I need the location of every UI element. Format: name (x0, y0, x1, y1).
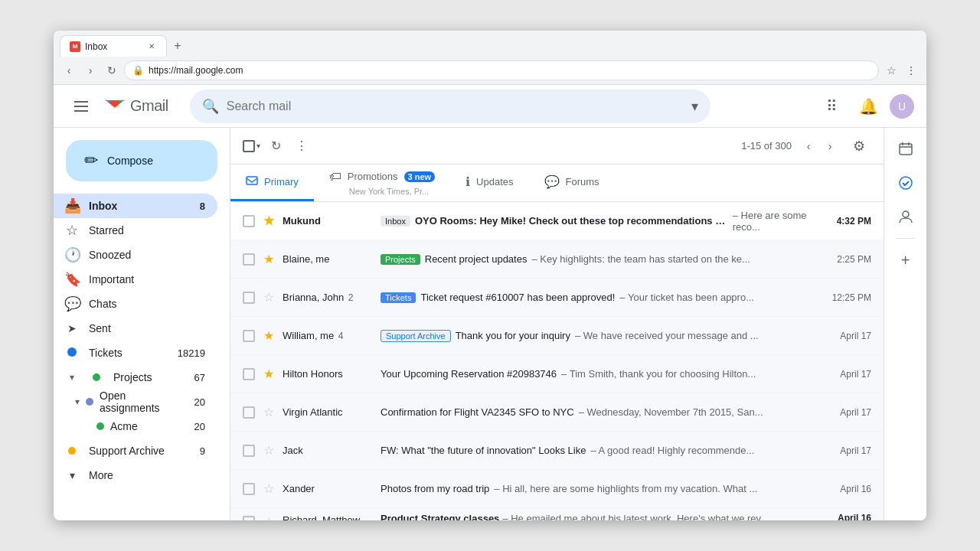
email-checkbox[interactable] (243, 406, 255, 419)
email-checkbox[interactable] (243, 292, 255, 304)
star-btn[interactable]: ★ (261, 252, 276, 267)
email-row[interactable]: ★ Mukund Inbox OYO Rooms: Hey Mike! Chec… (230, 202, 884, 240)
right-panel: + (884, 128, 926, 520)
email-checkbox[interactable] (243, 445, 255, 457)
tab-primary[interactable]: Primary (230, 165, 314, 201)
star-btn[interactable]: ☆ (261, 443, 276, 458)
email-checkbox[interactable] (243, 253, 255, 266)
apps-icon-btn[interactable]: ⠿ (816, 91, 847, 122)
sidebar-item-snoozed[interactable]: 🕐 Snoozed (54, 243, 217, 267)
hamburger-menu-btn[interactable] (66, 91, 96, 122)
star-btn[interactable]: ☆ (261, 290, 276, 305)
tab-close-btn[interactable]: ✕ (146, 41, 157, 52)
email-row[interactable]: ☆ Xander Photos from my road trip – Hi a… (230, 470, 884, 508)
sidebar-item-sent[interactable]: ➤ Sent (54, 316, 217, 341)
search-filter-dropdown-btn[interactable]: ▾ (691, 98, 698, 115)
sidebar-item-support-archive[interactable]: Support Archive 9 (54, 439, 217, 463)
important-icon: 🔖 (64, 271, 80, 288)
star-btn[interactable]: ☆ (261, 514, 276, 520)
email-time: April 17 (840, 445, 871, 456)
more-expand-icon: ▾ (64, 469, 80, 481)
email-row[interactable]: ★ Hilton Honors Your Upcoming Reservatio… (230, 355, 884, 393)
more-options-btn[interactable]: ⋮ (289, 134, 314, 158)
search-input[interactable] (227, 99, 684, 113)
search-bar[interactable]: 🔍 ▾ (190, 90, 710, 123)
star-btn[interactable]: ☆ (261, 481, 276, 497)
calendar-panel-btn[interactable] (890, 134, 921, 165)
toolbar-left: ▾ ↻ ⋮ (243, 134, 314, 158)
next-page-btn[interactable]: › (819, 135, 841, 157)
email-checkbox[interactable] (243, 215, 255, 227)
email-subject: OYO Rooms: Hey Mike! Check out these top… (415, 215, 728, 227)
tasks-panel-btn[interactable] (890, 168, 921, 198)
acme-dot (96, 422, 104, 430)
star-btn[interactable]: ★ (261, 367, 276, 382)
sidebar-item-tickets[interactable]: Tickets 18219 (54, 341, 217, 365)
snoozed-icon: 🕐 (64, 246, 80, 263)
sidebar-item-inbox[interactable]: 📥 Inbox 8 (54, 194, 217, 218)
refresh-btn[interactable]: ↻ (103, 61, 121, 80)
url-display: https://mail.google.com (149, 65, 243, 76)
starred-icon: ☆ (64, 222, 80, 239)
select-dropdown-btn[interactable]: ▾ (255, 142, 262, 150)
prev-page-btn[interactable]: ‹ (798, 135, 819, 157)
browser-menu-btn[interactable]: ⋮ (902, 61, 920, 80)
tab-updates[interactable]: ℹ Updates (450, 165, 528, 201)
sidebar-item-projects[interactable]: ▾ Projects 67 (54, 365, 217, 390)
star-btn[interactable]: ☆ (261, 405, 276, 420)
email-preview: – We have received your message and ... (575, 330, 759, 341)
email-checkbox[interactable] (243, 483, 255, 495)
star-btn[interactable]: ★ (261, 328, 276, 344)
sent-label: Sent (89, 322, 205, 334)
compose-button[interactable]: ✏ Compose (66, 140, 217, 181)
email-time: April 17 (840, 407, 871, 418)
email-sender: William, me 4 (283, 330, 374, 341)
email-sender: Hilton Honors (283, 368, 374, 380)
email-subject: Photos from my road trip (381, 483, 489, 494)
projects-label: Projects (113, 371, 181, 383)
sidebar-item-open-assignments[interactable]: ▾ Open assignments 20 (54, 390, 217, 414)
back-btn[interactable]: ‹ (60, 61, 78, 80)
sidebar-item-acme[interactable]: Acme 20 (54, 414, 217, 439)
address-bar[interactable]: 🔒 https://mail.google.com (124, 60, 879, 80)
bookmark-btn[interactable]: ☆ (882, 61, 900, 80)
email-row[interactable]: ★ Blaine, me Projects Recent project upd… (230, 240, 884, 279)
new-tab-btn[interactable]: + (167, 35, 188, 57)
user-avatar[interactable]: U (890, 94, 914, 119)
gmail-app: Gmail 🔍 ▾ ⠿ 🔔 U ✏ (54, 85, 926, 520)
select-all-checkbox[interactable] (243, 140, 255, 152)
tab-forums[interactable]: 💬 Forums (529, 165, 615, 201)
email-preview: – Your ticket has been appro... (619, 292, 754, 303)
add-panel-btn[interactable]: + (890, 245, 921, 276)
calendar-icon (898, 142, 913, 157)
notifications-btn[interactable]: 🔔 (853, 91, 884, 122)
email-row[interactable]: ☆ Richard, Matthew, me 3 Product Strateg… (230, 508, 884, 520)
star-btn[interactable]: ★ (261, 214, 276, 229)
email-checkbox[interactable] (243, 330, 255, 342)
browser-tab[interactable]: M Inbox ✕ (60, 35, 167, 57)
email-row[interactable]: ☆ Brianna, John 2 Tickets Ticket request… (230, 279, 884, 317)
sidebar-item-important[interactable]: 🔖 Important (54, 267, 217, 292)
gmail-layout: ✏ Compose 📥 Inbox 8 ☆ Starred 🕐 Sno (54, 128, 926, 520)
tab-promotions[interactable]: 🏷 Promotions 3 new New York Times, Pr... (314, 165, 450, 201)
sidebar-item-chats[interactable]: 💬 Chats (54, 292, 217, 316)
refresh-emails-btn[interactable]: ↻ (263, 134, 288, 158)
email-list: ★ Mukund Inbox OYO Rooms: Hey Mike! Chec… (230, 202, 884, 520)
email-checkbox[interactable] (243, 368, 255, 380)
sidebar-item-more[interactable]: ▾ More (54, 463, 217, 487)
email-content: Confirmation for Flight VA2345 SFO to NY… (381, 406, 834, 418)
contacts-panel-btn[interactable] (890, 201, 921, 232)
open-assignments-dot (86, 398, 93, 406)
email-row[interactable]: ☆ Virgin Atlantic Confirmation for Fligh… (230, 393, 884, 432)
forward-btn[interactable]: › (81, 61, 100, 80)
pagination-label: 1-15 of 300 (741, 140, 792, 152)
email-row[interactable]: ☆ Jack FW: What "the future of innovatio… (230, 432, 884, 470)
email-subject: Ticket request #610007 has been approved… (420, 292, 615, 303)
email-row[interactable]: ★ William, me 4 Support Archive Thank yo… (230, 317, 884, 355)
email-tag: Projects (381, 254, 420, 265)
sidebar-item-starred[interactable]: ☆ Starred (54, 218, 217, 243)
important-label: Important (89, 273, 205, 285)
gmail-logo[interactable]: Gmail (103, 94, 168, 119)
settings-btn[interactable]: ⚙ (847, 134, 871, 158)
email-checkbox[interactable] (243, 516, 255, 520)
